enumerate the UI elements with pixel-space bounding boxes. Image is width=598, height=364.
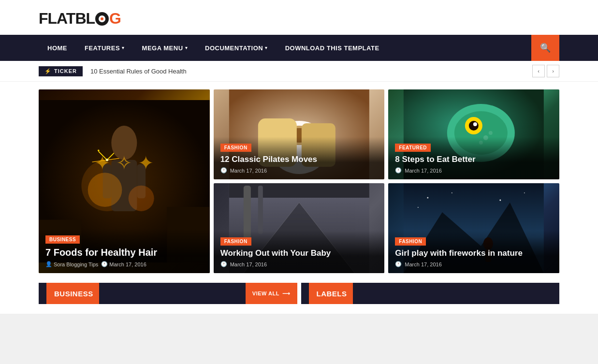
svg-point-27: [469, 121, 479, 131]
clock-icon-fireworks: 🕐: [395, 261, 402, 267]
docs-chevron: ▾: [265, 45, 268, 50]
card-fireworks-girl-badge: FASHION: [395, 237, 426, 246]
svg-point-28: [473, 122, 477, 126]
card-pilates-overlay: FASHION 12 Classic Pilates Moves 🕐 March…: [214, 137, 385, 179]
ticker-bar: ⚡ TICKER 10 Essential Rules of Good Heal…: [0, 61, 598, 82]
card-fireworks-girl-meta: 🕐 March 17, 2016: [395, 261, 553, 267]
svg-rect-38: [258, 186, 263, 234]
svg-point-8: [98, 150, 100, 152]
card-pilates-title: 12 Classic Pilates Moves: [220, 155, 378, 164]
card-large-overlay: BUSINESS 7 Foods for Healthy Hair 👤 Sora…: [39, 229, 210, 273]
clock-icon: 🕐: [101, 261, 108, 267]
features-chevron: ▾: [122, 45, 125, 50]
svg-point-13: [88, 173, 122, 207]
card-eat-better-meta: 🕐 March 17, 2016: [395, 167, 553, 174]
card-large-meta: 👤 Sora Blogging Tips 🕐 March 17, 2016: [45, 261, 203, 267]
ticker-text: 10 Essential Rules of Good Health: [83, 68, 532, 75]
card-baby-overlay: FASHION Working Out with Your Baby 🕐 Mar…: [214, 231, 385, 273]
logo-o-icon: [95, 12, 109, 26]
card-pilates-meta: 🕐 March 17, 2016: [220, 167, 378, 174]
svg-line-2: [107, 151, 116, 160]
svg-point-42: [452, 192, 452, 193]
card-baby[interactable]: FASHION Working Out with Your Baby 🕐 Mar…: [214, 183, 385, 273]
card-eat-better-overlay: FEATURED 8 Steps to Eat Better 🕐 March 1…: [388, 137, 559, 179]
card-fireworks-girl-overlay: FASHION Girl play with fireworks in natu…: [388, 231, 559, 273]
card-large[interactable]: BUSINESS 7 Foods for Healthy Hair 👤 Sora…: [39, 89, 210, 273]
ticker-label-text: TICKER: [54, 68, 77, 74]
svg-line-5: [92, 160, 107, 162]
card-large-title: 7 Foods for Healthy Hair: [45, 247, 203, 258]
card-eat-better[interactable]: FEATURED 8 Steps to Eat Better 🕐 March 1…: [388, 89, 559, 179]
header: FLATBLG: [0, 0, 598, 35]
business-bar: BUSINESS VIEW ALL ⟶: [39, 283, 297, 304]
clock-icon-pilates: 🕐: [220, 167, 227, 174]
business-bar-title: BUSINESS: [46, 283, 99, 304]
card-fireworks-girl-title: Girl play with fireworks in nature: [395, 248, 553, 258]
svg-point-45: [418, 207, 419, 208]
nav-download[interactable]: DOWNLOAD THIS TEMPLATE: [277, 35, 388, 61]
card-baby-meta: 🕐 March 17, 2016: [220, 261, 378, 267]
svg-point-6: [106, 159, 108, 161]
card-large-date: 🕐 March 17, 2016: [101, 261, 146, 267]
ticker-nav: ‹ ›: [532, 65, 559, 77]
logo-flat: FLATBL: [39, 10, 95, 27]
search-icon: 🔍: [540, 43, 551, 53]
logo-g: G: [109, 10, 121, 27]
arrow-right-icon: ⟶: [282, 291, 291, 297]
clock-icon-eat: 🕐: [395, 167, 402, 174]
card-baby-title: Working Out with Your Baby: [220, 248, 378, 258]
search-button[interactable]: 🔍: [531, 35, 559, 61]
svg-point-30: [489, 131, 493, 135]
nav-documentation[interactable]: DOCUMENTATION ▾: [196, 35, 277, 61]
nav-features[interactable]: FEATURES ▾: [76, 35, 133, 61]
cards-section: BUSINESS 7 Foods for Healthy Hair 👤 Sora…: [0, 82, 598, 283]
labels-bar-title: LABELS: [309, 283, 353, 304]
clock-icon-baby: 🕐: [220, 261, 227, 267]
card-large-author: 👤 Sora Blogging Tips: [45, 261, 98, 267]
card-pilates[interactable]: FASHION 12 Classic Pilates Moves 🕐 March…: [214, 89, 385, 179]
navbar: HOME FEATURES ▾ MEGA MENU ▾ DOCUMENTATIO…: [0, 35, 598, 61]
person-icon: 👤: [45, 261, 52, 267]
ticker-label: ⚡ TICKER: [39, 66, 83, 76]
svg-point-14: [129, 186, 154, 211]
card-baby-badge: FASHION: [220, 237, 251, 246]
card-eat-better-badge: FEATURED: [395, 144, 431, 152]
nav-mega-menu[interactable]: MEGA MENU ▾: [133, 35, 196, 61]
nav-home[interactable]: HOME: [39, 35, 76, 61]
ticker-next[interactable]: ›: [547, 65, 559, 77]
card-pilates-badge: FASHION: [220, 144, 251, 152]
svg-line-4: [107, 158, 124, 160]
logo[interactable]: FLATBLG: [39, 10, 559, 28]
card-eat-better-title: 8 Steps to Eat Better: [395, 155, 553, 164]
svg-point-41: [427, 197, 429, 199]
card-fireworks-girl[interactable]: FASHION Girl play with fireworks in natu…: [388, 183, 559, 273]
labels-bar: LABELS: [301, 283, 560, 304]
mega-menu-chevron: ▾: [185, 45, 188, 50]
bottom-bars: BUSINESS VIEW ALL ⟶ LABELS: [0, 283, 598, 314]
cards-grid: BUSINESS 7 Foods for Healthy Hair 👤 Sora…: [39, 89, 559, 273]
svg-point-43: [500, 200, 501, 201]
view-all-button[interactable]: VIEW ALL ⟶: [246, 283, 297, 304]
ticker-prev[interactable]: ‹: [532, 65, 545, 77]
svg-point-9: [111, 126, 137, 160]
svg-line-3: [99, 151, 107, 160]
bolt-icon: ⚡: [44, 68, 52, 74]
svg-point-44: [524, 192, 525, 193]
nav-items: HOME FEATURES ▾ MEGA MENU ▾ DOCUMENTATIO…: [39, 35, 531, 61]
card-large-badge: BUSINESS: [45, 235, 80, 244]
